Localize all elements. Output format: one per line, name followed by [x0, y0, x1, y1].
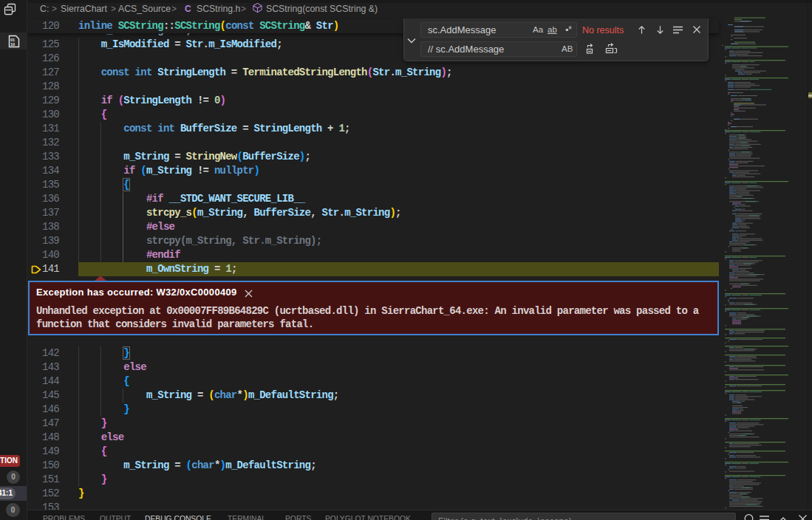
svg-text:10: 10 — [10, 42, 15, 47]
